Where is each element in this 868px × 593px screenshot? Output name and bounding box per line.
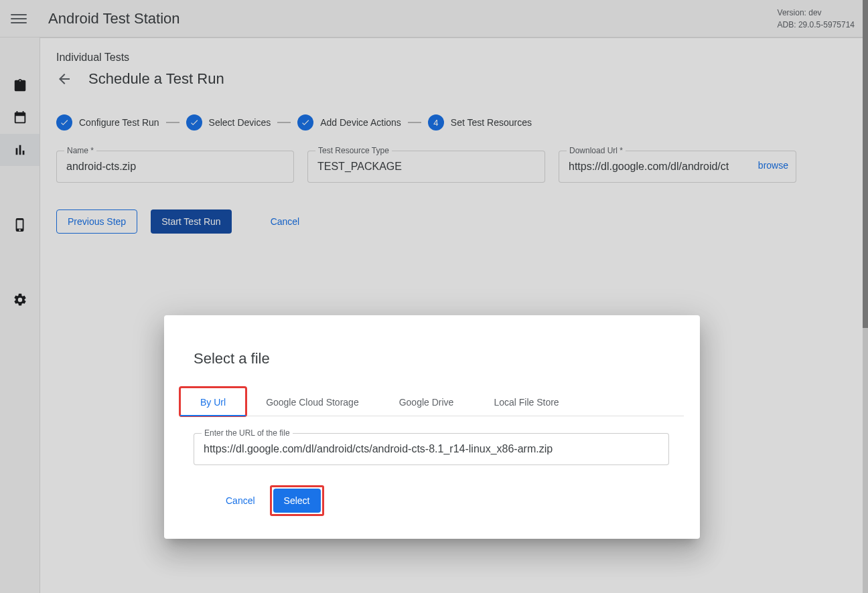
select-file-dialog: Select a file By Url Google Cloud Storag…: [164, 315, 700, 539]
tab-by-url[interactable]: By Url: [180, 388, 246, 416]
dialog-select-button[interactable]: Select: [273, 489, 321, 513]
tab-gcs[interactable]: Google Cloud Storage: [246, 388, 379, 416]
select-highlight: Select: [270, 485, 324, 516]
dialog-tabs: By Url Google Cloud Storage Google Drive…: [180, 388, 684, 416]
dialog-actions: Cancel Select: [180, 472, 684, 523]
dialog-url-label: Enter the URL of the file: [202, 428, 293, 438]
dialog-cancel-button[interactable]: Cancel: [220, 490, 261, 511]
tab-local[interactable]: Local File Store: [474, 388, 579, 416]
dialog-url-field: Enter the URL of the file: [194, 433, 669, 465]
dialog-title: Select a file: [180, 331, 684, 381]
tab-gdrive[interactable]: Google Drive: [379, 388, 474, 416]
dialog-url-input[interactable]: [194, 433, 669, 465]
dialog-body: Enter the URL of the file: [180, 416, 684, 472]
